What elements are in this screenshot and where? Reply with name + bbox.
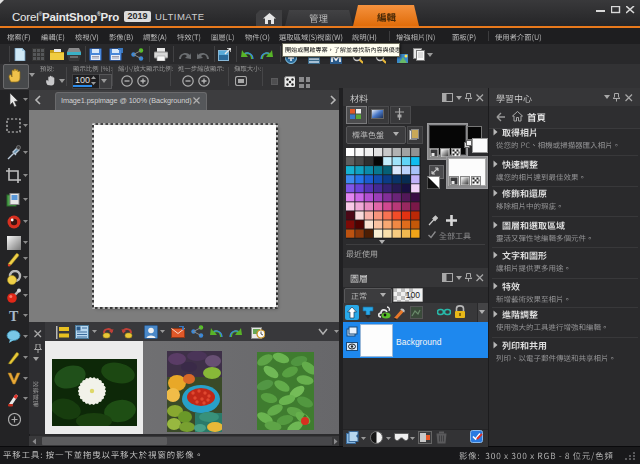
svg-text:T: T xyxy=(9,309,19,324)
